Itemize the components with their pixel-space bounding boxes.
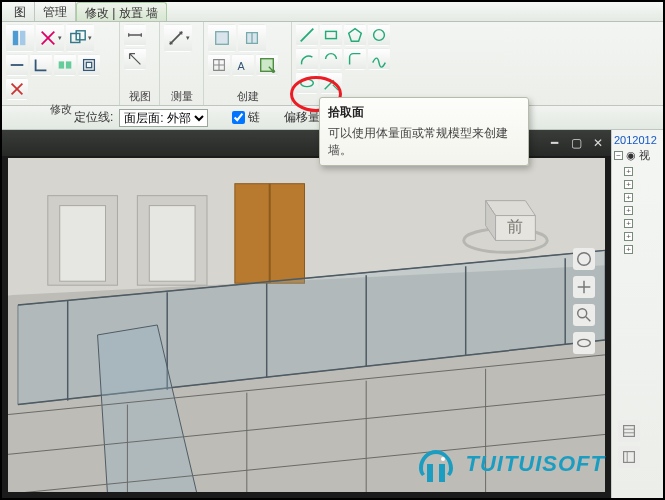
expand-icon[interactable]: + <box>624 219 633 228</box>
tree-node[interactable]: + <box>624 165 661 178</box>
grid-tool-button[interactable] <box>208 54 230 76</box>
pick-line-button[interactable] <box>320 72 342 94</box>
svg-rect-7 <box>66 61 71 68</box>
ribbon-group-create: A 创建 <box>204 22 292 105</box>
project-browser: 2012012 − ◉ 视 + + + + + + + <box>611 130 663 498</box>
rect-shape-button[interactable] <box>320 24 342 46</box>
expand-icon[interactable]: + <box>624 245 633 254</box>
text-tool-button[interactable]: A <box>232 54 254 76</box>
sheet-icon[interactable] <box>618 420 640 442</box>
nav-pan-icon[interactable] <box>573 276 595 298</box>
close-window-icon[interactable]: ✕ <box>591 136 605 150</box>
join-button[interactable]: ▾ <box>66 24 94 52</box>
svg-point-58 <box>441 457 445 461</box>
watermark-text: TUITUISOFT <box>465 451 605 477</box>
svg-rect-12 <box>216 32 229 45</box>
group-label-measure: 测量 <box>164 87 199 104</box>
offset-label: 偏移量: <box>284 109 323 126</box>
measure-button[interactable]: ▾ <box>164 24 192 52</box>
tree-node[interactable]: + <box>624 204 661 217</box>
svg-point-50 <box>578 253 591 266</box>
poly-shape-button[interactable] <box>344 24 366 46</box>
ribbon-group-modify: ▾ ▾ 修改 <box>2 22 120 105</box>
tooltip-body: 可以使用体量面或常规模型来创建墙。 <box>328 125 520 159</box>
svg-point-20 <box>301 79 314 86</box>
svg-point-19 <box>374 30 385 41</box>
svg-rect-57 <box>439 464 445 482</box>
expand-icon[interactable]: + <box>624 232 633 241</box>
ribbon-group-measure: ▾ 测量 <box>160 22 204 105</box>
expand-icon[interactable]: + <box>624 167 633 176</box>
tooltip-title: 拾取面 <box>328 104 520 121</box>
svg-rect-4 <box>70 34 79 43</box>
nav-bar <box>573 248 599 354</box>
tree-node[interactable]: + <box>624 243 661 256</box>
svg-rect-24 <box>60 206 106 282</box>
tree-node[interactable]: + <box>624 191 661 204</box>
spline-shape-button[interactable] <box>368 48 390 70</box>
group-label-create: 创建 <box>208 87 287 104</box>
wall-tool-button[interactable] <box>208 24 236 52</box>
offset-button[interactable] <box>78 54 100 76</box>
viewport-frame: ━ ▢ ✕ <box>2 130 611 498</box>
tab-tu[interactable]: 图 <box>6 2 35 21</box>
pick-face-button[interactable] <box>256 54 278 76</box>
model-viewport[interactable]: 前 <box>8 158 605 492</box>
chain-checkbox-wrap[interactable]: 链 <box>232 109 260 126</box>
tree-node[interactable]: + <box>624 230 661 243</box>
arc-shape-button[interactable] <box>296 48 318 70</box>
nav-wheel-icon[interactable] <box>573 248 595 270</box>
props-icon[interactable] <box>618 446 640 468</box>
expand-icon[interactable]: + <box>624 206 633 215</box>
svg-rect-1 <box>20 31 25 45</box>
svg-rect-55 <box>624 452 635 463</box>
main-tabs: 图 管理 修改 | 放置 墙 <box>2 2 663 22</box>
tab-manage[interactable]: 管理 <box>35 2 76 21</box>
fillet-shape-button[interactable] <box>344 48 366 70</box>
collapse-icon[interactable]: − <box>614 151 623 160</box>
arc2-shape-button[interactable] <box>320 48 342 70</box>
viewcube-face-label: 前 <box>507 218 523 235</box>
delete-button[interactable] <box>6 78 28 100</box>
ellipse-shape-button[interactable] <box>296 72 318 94</box>
trim-button[interactable] <box>6 54 28 76</box>
loc-select[interactable]: 面层面: 外部 <box>119 109 208 127</box>
tab-modify-wall[interactable]: 修改 | 放置 墙 <box>76 2 167 21</box>
circle-shape-button[interactable] <box>368 24 390 46</box>
line-shape-button[interactable] <box>296 24 318 46</box>
svg-rect-17 <box>326 31 337 38</box>
chain-checkbox[interactable] <box>232 111 245 124</box>
svg-rect-0 <box>13 31 18 45</box>
max-window-icon[interactable]: ▢ <box>569 136 583 150</box>
svg-point-53 <box>578 339 591 346</box>
chain-label: 链 <box>248 109 260 126</box>
dim2-button[interactable] <box>124 48 146 70</box>
split-button[interactable] <box>54 54 76 76</box>
svg-rect-6 <box>59 61 64 68</box>
min-window-icon[interactable]: ━ <box>547 136 561 150</box>
expand-icon[interactable]: + <box>624 180 633 189</box>
svg-line-16 <box>301 29 314 42</box>
svg-line-52 <box>586 317 591 322</box>
nav-zoom-icon[interactable] <box>573 304 595 326</box>
tree-node-root[interactable]: − ◉ 视 <box>614 146 661 165</box>
svg-marker-18 <box>349 29 362 42</box>
elephant-logo-icon <box>413 444 459 484</box>
svg-rect-54 <box>624 426 635 437</box>
expand-icon[interactable]: + <box>624 193 633 202</box>
tree-node-label: 视 <box>639 148 650 163</box>
door-tool-button[interactable] <box>238 24 266 52</box>
cut-button[interactable]: ▾ <box>36 24 64 52</box>
tree-node[interactable]: + <box>624 178 661 191</box>
nav-orbit-icon[interactable] <box>573 332 595 354</box>
tool-tooltip: 拾取面 可以使用体量面或常规模型来创建墙。 <box>319 97 529 166</box>
ribbon: ▾ ▾ 修改 视图 ▾ 测量 A <box>2 22 663 106</box>
svg-rect-9 <box>86 62 91 67</box>
tree-node[interactable]: + <box>624 217 661 230</box>
trim-corner-button[interactable] <box>30 54 52 76</box>
dim-button[interactable] <box>124 24 146 46</box>
group-label-modify: 修改 <box>6 100 115 117</box>
browser-title: 2012012 <box>614 134 661 146</box>
svg-point-51 <box>578 309 587 318</box>
align-button[interactable] <box>6 24 34 52</box>
